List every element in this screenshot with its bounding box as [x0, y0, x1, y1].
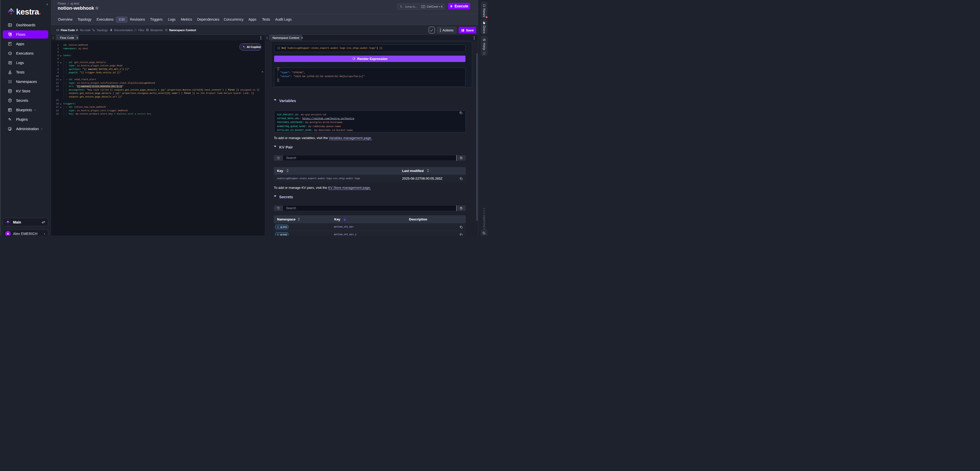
svg-text:kestra: kestra	[16, 7, 39, 16]
